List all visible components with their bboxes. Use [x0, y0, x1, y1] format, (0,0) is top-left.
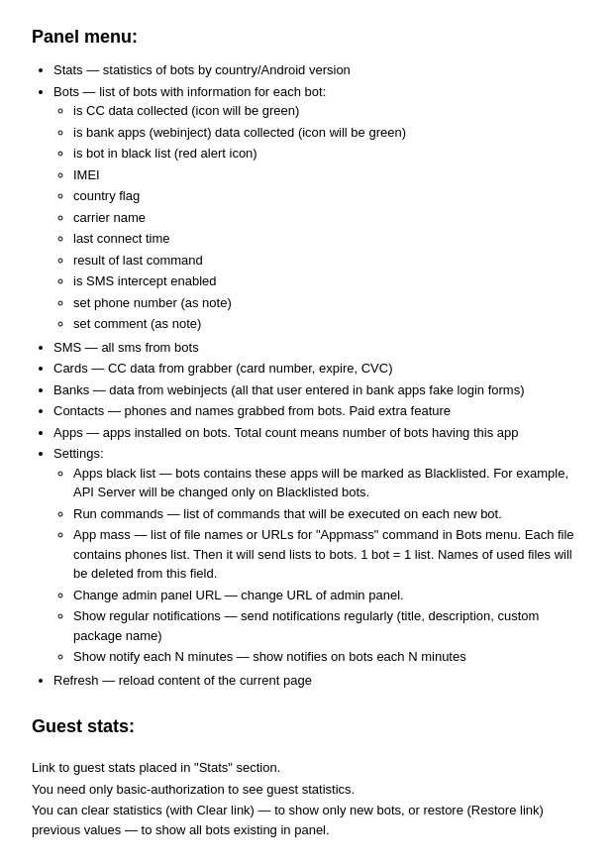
list-item: last connect time	[73, 229, 582, 249]
list-item: country flag	[73, 186, 582, 206]
panel-menu-section: Panel menu: Stats — statistics of bots b…	[32, 24, 582, 690]
list-item: Apps — apps installed on bots. Total cou…	[53, 423, 582, 443]
list-item: Contacts — phones and names grabbed from…	[53, 401, 582, 421]
list-item: SMS — all sms from bots	[53, 338, 582, 358]
bots-menu-section: Bots menu: Send SMS — send SMS from a bo…	[32, 863, 582, 868]
panel-menu-heading: Panel menu:	[32, 24, 582, 51]
list-item: is CC data collected (icon will be green…	[73, 101, 582, 121]
guest-stats-heading: Guest stats:	[32, 713, 582, 740]
sublist: Apps black list — bots contains these ap…	[53, 464, 582, 667]
panel-menu-list: Stats — statistics of bots by country/An…	[32, 60, 582, 690]
guest-stats-line: You need only basic-authorization to see…	[32, 780, 582, 800]
list-item: Show notify each N minutes — show notifi…	[73, 647, 582, 667]
bots-menu-heading: Bots menu:	[32, 863, 582, 868]
list-item: IMEI	[73, 165, 582, 185]
list-item: Cards — CC data from grabber (card numbe…	[53, 359, 582, 379]
guest-stats-content: Link to guest stats placed in "Stats" se…	[32, 758, 582, 839]
list-item: Banks — data from webinjects (all that u…	[53, 380, 582, 400]
list-item: Apps black list — bots contains these ap…	[73, 464, 582, 502]
sublist: is CC data collected (icon will be green…	[53, 101, 582, 334]
list-item: set phone number (as note)	[73, 293, 582, 313]
list-item: carrier name	[73, 208, 582, 228]
list-item: is bot in black list (red alert icon)	[73, 144, 582, 163]
list-item: App mass — list of file names or URLs fo…	[73, 525, 582, 584]
list-item: Settings:Apps black list — bots contains…	[53, 444, 582, 667]
list-item: Change admin panel URL — change URL of a…	[73, 586, 582, 605]
list-item: set comment (as note)	[73, 314, 582, 334]
guest-stats-line: You can clear statistics (with Clear lin…	[32, 801, 582, 839]
list-item: Refresh — reload content of the current …	[53, 671, 582, 691]
list-item: is bank apps (webinject) data collected …	[73, 123, 582, 143]
list-item: is SMS intercept enabled	[73, 271, 582, 291]
list-item: Bots — list of bots with information for…	[53, 82, 582, 334]
list-item: Run commands — list of commands that wil…	[73, 504, 582, 524]
list-item: result of last command	[73, 251, 582, 271]
guest-stats-line: Link to guest stats placed in "Stats" se…	[32, 758, 582, 778]
guest-stats-section: Guest stats: Link to guest stats placed …	[32, 713, 582, 839]
list-item: Stats — statistics of bots by country/An…	[53, 60, 582, 80]
list-item: Show regular notifications — send notifi…	[73, 606, 582, 645]
